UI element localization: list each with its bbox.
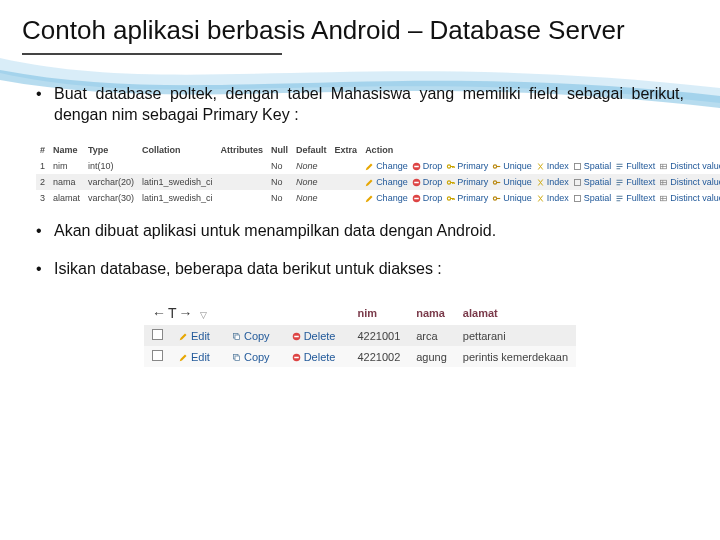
index-link[interactable]: Index (536, 177, 569, 187)
col-num: # (36, 142, 49, 158)
cell-extra (331, 190, 362, 206)
index-link[interactable]: Index (536, 193, 569, 203)
change-link[interactable]: Change (365, 193, 408, 203)
distinct-icon (659, 193, 668, 203)
svg-point-2 (448, 165, 451, 168)
col-action: Action (361, 142, 720, 158)
spatial-link[interactable]: Spatial (573, 161, 612, 171)
col-extra: Extra (331, 142, 362, 158)
copy-link[interactable]: Copy (232, 351, 270, 363)
svg-rect-16 (574, 196, 580, 202)
cell-collation: latin1_swedish_ci (138, 174, 217, 190)
index-icon (536, 177, 545, 187)
delete-icon (292, 351, 301, 363)
fulltext-link[interactable]: Fulltext (615, 161, 655, 171)
col-alamat[interactable]: alamat (455, 301, 576, 325)
svg-rect-7 (414, 182, 419, 184)
col-default: Default (292, 142, 331, 158)
index-link[interactable]: Index (536, 161, 569, 171)
checkbox-icon[interactable] (152, 329, 163, 340)
pencil-icon (179, 330, 188, 342)
unique-link[interactable]: Unique (492, 161, 532, 171)
primary-link[interactable]: Primary (446, 177, 488, 187)
table-row: 2namavarchar(20)latin1_swedish_ciNoNoneC… (36, 174, 720, 190)
unique-link[interactable]: Unique (492, 193, 532, 203)
cell-extra (331, 174, 362, 190)
spatial-icon (573, 193, 582, 203)
primary-link[interactable]: Primary (446, 161, 488, 171)
distinct-link[interactable]: Distinct values (659, 161, 720, 171)
bullet-3: Isikan database, beberapa data berikut u… (36, 258, 684, 280)
drop-icon (412, 193, 421, 203)
cell-actions: ChangeDropPrimaryUniqueIndexSpatialFullt… (361, 174, 720, 190)
pencil-icon (365, 193, 374, 203)
unique-link[interactable]: Unique (492, 177, 532, 187)
spatial-link[interactable]: Spatial (573, 177, 612, 187)
edit-link[interactable]: Edit (179, 330, 210, 342)
delete-icon (292, 330, 301, 342)
cell-num: 3 (36, 190, 49, 206)
cell-actions: ChangeDropPrimaryUniqueIndexSpatialFullt… (361, 190, 720, 206)
cell-nim: 4221001 (349, 325, 408, 346)
distinct-link[interactable]: Distinct values (659, 193, 720, 203)
structure-table: # Name Type Collation Attributes Null De… (36, 142, 720, 206)
slide-title: Contoh aplikasi berbasis Android – Datab… (0, 0, 720, 53)
cell-nama: agung (408, 346, 455, 367)
drop-icon (412, 161, 421, 171)
svg-rect-23 (235, 356, 240, 361)
svg-rect-13 (414, 198, 419, 200)
svg-rect-21 (294, 336, 299, 338)
cell-null: No (267, 158, 292, 174)
delete-link[interactable]: Delete (292, 351, 336, 363)
data-table: ←T→ ▽ nim nama alamat EditCopyDelete4221… (144, 301, 576, 367)
pencil-icon (365, 177, 374, 187)
table-row: EditCopyDelete4221002agungperintis kemer… (144, 346, 576, 367)
cell-attributes (217, 174, 268, 190)
bullet-2: Akan dibuat aplikasi untuk menampilkan d… (36, 220, 684, 242)
edit-link[interactable]: Edit (179, 351, 210, 363)
cell-alamat: pettarani (455, 325, 576, 346)
cell-name: nim (49, 158, 84, 174)
col-nama[interactable]: nama (408, 301, 455, 325)
distinct-icon (659, 177, 668, 187)
distinct-link[interactable]: Distinct values (659, 177, 720, 187)
pencil-icon (179, 351, 188, 363)
svg-rect-1 (414, 166, 419, 168)
copy-icon (232, 330, 241, 342)
cell-checkbox[interactable] (144, 346, 171, 367)
key-icon (446, 161, 455, 171)
spatial-icon (573, 161, 582, 171)
cell-name: nama (49, 174, 84, 190)
cell-checkbox[interactable] (144, 325, 171, 346)
primary-link[interactable]: Primary (446, 193, 488, 203)
delete-link[interactable]: Delete (292, 330, 336, 342)
checkbox-icon[interactable] (152, 350, 163, 361)
svg-point-8 (448, 181, 451, 184)
fulltext-link[interactable]: Fulltext (615, 177, 655, 187)
cell-actions: ChangeDropPrimaryUniqueIndexSpatialFullt… (361, 158, 720, 174)
index-icon (536, 193, 545, 203)
cell-type: varchar(20) (84, 174, 138, 190)
change-link[interactable]: Change (365, 161, 408, 171)
svg-rect-25 (294, 357, 299, 359)
fulltext-link[interactable]: Fulltext (615, 193, 655, 203)
col-type: Type (84, 142, 138, 158)
unique-icon (492, 177, 501, 187)
slide-content: Buat database poltek, dengan tabel Mahas… (0, 55, 720, 382)
col-null: Null (267, 142, 292, 158)
unique-icon (492, 193, 501, 203)
index-icon (536, 161, 545, 171)
cell-nim: 4221002 (349, 346, 408, 367)
spatial-link[interactable]: Spatial (573, 193, 612, 203)
drop-link[interactable]: Drop (412, 177, 443, 187)
copy-link[interactable]: Copy (232, 330, 270, 342)
sort-caret-icon: ▽ (200, 310, 209, 320)
drop-icon (412, 177, 421, 187)
cell-num: 1 (36, 158, 49, 174)
change-link[interactable]: Change (365, 177, 408, 187)
col-nim[interactable]: nim (349, 301, 408, 325)
svg-rect-4 (574, 163, 580, 169)
drop-link[interactable]: Drop (412, 193, 443, 203)
svg-rect-19 (235, 335, 240, 340)
drop-link[interactable]: Drop (412, 161, 443, 171)
